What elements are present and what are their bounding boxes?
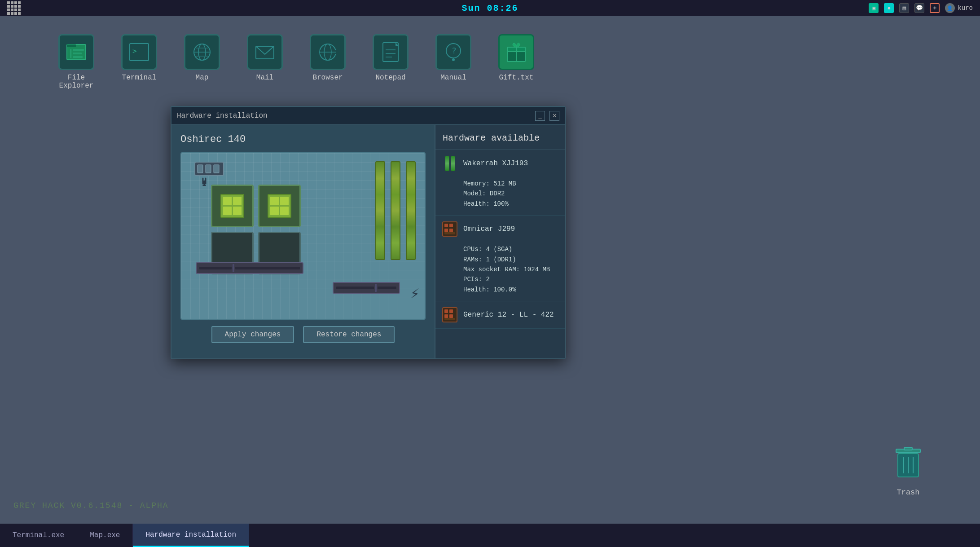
desktop-icon-mail[interactable]: Mail: [242, 34, 287, 82]
mobo-icon-generic12: [442, 307, 458, 323]
plus-icon: +: [930, 3, 940, 13]
version-text: GREY HACK V0.6.1548 - ALPHA: [13, 501, 169, 510]
taskbar-left-icons: [7, 1, 21, 15]
pci-slot-1[interactable]: [196, 262, 303, 274]
chat-icon: 💬: [914, 3, 924, 13]
map-icon: [184, 34, 220, 70]
window-close-button[interactable]: ✕: [549, 111, 559, 121]
manual-label: Manual: [440, 74, 466, 82]
generic12-name: Generic 12 - LL - 422: [463, 311, 554, 319]
terminal-label: Terminal: [122, 74, 157, 82]
gift-label: Gift.txt: [499, 74, 534, 82]
desktop-icon-browser[interactable]: Browser: [305, 34, 350, 82]
window-buttons: Apply changes Restore changes: [180, 320, 426, 349]
pci-slot-2[interactable]: [333, 282, 400, 294]
apply-changes-button[interactable]: Apply changes: [211, 326, 294, 343]
window-title: Hardware installation: [177, 112, 268, 120]
window-minimize-button[interactable]: _: [535, 111, 545, 121]
terminal-icon: >_: [121, 34, 157, 70]
mobo-icon-omnicar: [442, 221, 458, 237]
desktop: File Explorer >_ Terminal: [0, 16, 980, 524]
apps-grid-icon[interactable]: [7, 1, 21, 15]
svg-point-34: [202, 185, 206, 186]
hardware-installation-window: Hardware installation _ ✕ Oshirec 140: [171, 106, 566, 359]
browser-label: Browser: [312, 74, 343, 82]
omnicar-name: Omnicar J299: [463, 225, 515, 233]
ram-stick-2[interactable]: [391, 161, 400, 260]
map-label: Map: [196, 74, 209, 82]
indicator-teal: ●: [884, 3, 894, 13]
gift-icon: [498, 34, 534, 70]
omnicar-health: Health: 100.0%: [463, 285, 558, 295]
mail-icon: [247, 34, 283, 70]
svg-rect-31: [198, 165, 203, 173]
wakerrah-details: Memory: 512 MB Model: DDR2 Health: 100%: [435, 177, 565, 215]
motherboard-panel: Oshirec 140: [171, 125, 435, 358]
file-explorer-label: File Explorer: [54, 74, 99, 90]
hardware-available-panel: Hardware available Wakerrah XJJ193: [435, 125, 565, 358]
taskbar-top: Sun 08:26 ▣ ● ▤ 💬 + 👤 kuro: [0, 0, 980, 16]
manual-icon: ?: [435, 34, 471, 70]
battery-icon: ▤: [899, 3, 909, 13]
cpu-grid: [211, 185, 301, 274]
file-explorer-icon: [58, 34, 94, 70]
ram-sticks: [375, 161, 416, 260]
motherboard-name: Oshirec 140: [180, 134, 426, 145]
hardware-item-wakerrah[interactable]: Wakerrah XJJ193 Memory: 512 MB Model: DD…: [435, 150, 565, 216]
ram-stick-3[interactable]: [406, 161, 416, 260]
omnicar-rams: RAMs: 1 (DDR1): [463, 255, 558, 265]
user-chip: 👤 kuro: [945, 3, 973, 13]
omnicar-cpus: CPUs: 4 (SGA): [463, 244, 558, 254]
trash-icon: [890, 444, 926, 485]
desktop-icon-gift[interactable]: Gift.txt: [494, 34, 539, 82]
hardware-available-title: Hardware available: [435, 125, 565, 150]
omnicar-details: CPUs: 4 (SGA) RAMs: 1 (DDR1) Max socket …: [435, 243, 565, 301]
mb-components: ⚡: [181, 153, 425, 319]
clock: Sun 08:26: [461, 3, 518, 13]
notepad-icon: [373, 34, 409, 70]
psu-connector: [194, 161, 225, 188]
desktop-icon-manual[interactable]: ? Manual: [431, 34, 476, 82]
trash-label: Trash: [897, 488, 919, 497]
trash-desktop-icon[interactable]: Trash: [890, 444, 926, 497]
desktop-icon-terminal[interactable]: >_ Terminal: [117, 34, 162, 82]
taskbar-item-terminal[interactable]: Terminal.exe: [0, 524, 77, 547]
restore-changes-button[interactable]: Restore changes: [303, 326, 395, 343]
desktop-icons-row: File Explorer >_ Terminal: [0, 16, 980, 99]
svg-text:>_: >_: [132, 47, 141, 55]
desktop-icon-map[interactable]: Map: [180, 34, 224, 82]
window-controls: _ ✕: [535, 111, 559, 121]
svg-point-26: [452, 58, 455, 61]
cpu-socket-1[interactable]: [211, 185, 254, 227]
browser-icon: [310, 34, 346, 70]
omnicar-pcis: PCIs: 2: [463, 274, 558, 284]
notepad-label: Notepad: [375, 74, 405, 82]
desktop-icon-notepad[interactable]: Notepad: [368, 34, 413, 82]
svg-rect-1: [67, 44, 76, 47]
svg-rect-3: [73, 49, 84, 51]
wakerrah-name: Wakerrah XJJ193: [463, 159, 528, 168]
wakerrah-model: Model: DDR2: [463, 189, 558, 199]
window-content: Oshirec 140: [171, 125, 565, 358]
ram-icon-wakerrah: [442, 155, 458, 172]
indicator-green: ▣: [869, 3, 879, 13]
mail-label: Mail: [256, 74, 273, 82]
hardware-item-omnicar[interactable]: Omnicar J299 CPUs: 4 (SGA) RAMs: 1 (DDR1…: [435, 216, 565, 301]
cpu-socket-2[interactable]: [258, 185, 301, 227]
taskbar-item-map[interactable]: Map.exe: [77, 524, 133, 547]
wakerrah-memory: Memory: 512 MB: [463, 179, 558, 189]
power-plug-icon: ⚡: [410, 284, 419, 303]
motherboard-view: ⚡: [180, 152, 426, 320]
ram-stick-1[interactable]: [375, 161, 385, 260]
svg-text:?: ?: [452, 46, 457, 55]
svg-rect-36: [904, 447, 912, 450]
svg-rect-5: [73, 56, 83, 58]
user-avatar: 👤: [945, 3, 955, 13]
desktop-icon-file-explorer[interactable]: File Explorer: [54, 34, 99, 90]
taskbar-item-hardware[interactable]: Hardware installation: [133, 524, 249, 547]
wakerrah-health: Health: 100%: [463, 199, 558, 209]
hardware-item-generic12[interactable]: Generic 12 - LL - 422: [435, 301, 565, 329]
omnicar-maxram: Max socket RAM: 1024 MB: [463, 265, 558, 274]
svg-rect-32: [206, 165, 211, 173]
svg-rect-33: [214, 165, 219, 173]
